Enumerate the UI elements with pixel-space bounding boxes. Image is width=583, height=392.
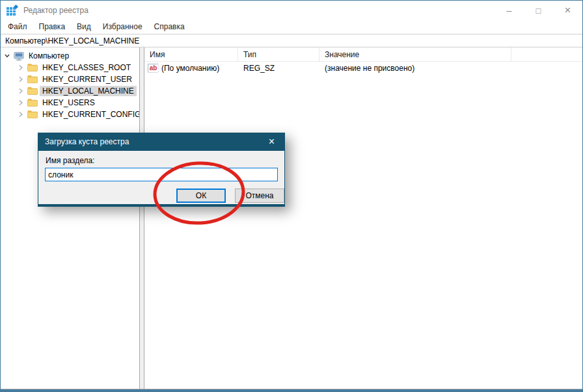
value-name: (По умолчанию)	[161, 64, 219, 73]
menu-file[interactable]: Файл	[7, 21, 33, 33]
chevron-right-icon[interactable]	[18, 64, 24, 71]
tree-item-label[interactable]: HKEY_CLASSES_ROOT	[40, 62, 133, 73]
tree-item-label[interactable]: HKEY_CURRENT_CONFIG	[40, 109, 140, 120]
computer-icon	[14, 51, 24, 61]
window-controls: – □ ×	[495, 1, 582, 20]
dialog-bottom-edge	[38, 204, 285, 207]
window-bottom-border	[1, 389, 582, 391]
ok-button[interactable]: ОК	[176, 189, 226, 203]
tree-item-label[interactable]: HKEY_USERS	[40, 98, 98, 108]
column-header-type[interactable]: Тип	[238, 47, 319, 61]
column-header-value[interactable]: Значение	[319, 47, 511, 61]
minimize-button[interactable]: –	[495, 1, 524, 20]
value-data: (значение не присвоено)	[325, 64, 414, 73]
values-list-panel: Имя Тип Значение ab (По умолчанию) REG_S…	[144, 47, 582, 389]
dialog-close-button[interactable]: ×	[258, 133, 285, 151]
tree-item-hkey-users[interactable]: HKEY_USERS	[1, 97, 139, 109]
menu-help[interactable]: Справка	[148, 21, 191, 33]
maximize-icon: □	[536, 6, 541, 16]
chevron-right-icon[interactable]	[18, 99, 24, 106]
reg-sz-string-icon: ab	[148, 64, 159, 73]
chevron-right-icon[interactable]	[18, 111, 24, 118]
regedit-window: Редактор реестра – □ × Файл Правка Вид И…	[0, 0, 583, 392]
column-header-empty	[511, 47, 582, 61]
tree-item-label[interactable]: Компьютер	[26, 51, 72, 61]
menu-edit[interactable]: Правка	[33, 21, 72, 33]
list-header: Имя Тип Значение	[144, 47, 582, 62]
tree-item-hkey-local-machine[interactable]: HKEY_LOCAL_MACHINE	[1, 85, 139, 97]
address-path: Компьютер\HKEY_LOCAL_MACHINE	[5, 36, 139, 46]
window-title: Редактор реестра	[23, 6, 88, 15]
cancel-button[interactable]: Отмена	[235, 189, 284, 203]
maximize-button[interactable]: □	[524, 1, 553, 20]
load-hive-dialog: Загрузка куста реестра × Имя раздела: ОК…	[38, 133, 285, 207]
main-area: Компьютер HKEY_CLASSES_ROOT HKEY_CURRE	[1, 47, 582, 389]
dialog-body: Имя раздела: ОК Отмена	[38, 151, 285, 204]
folder-icon	[27, 63, 38, 73]
menu-view[interactable]: Вид	[71, 21, 97, 33]
tree-item-computer[interactable]: Компьютер	[1, 50, 139, 62]
close-icon: ×	[269, 136, 275, 148]
tree-item-hkey-current-user[interactable]: HKEY_CURRENT_USER	[1, 73, 139, 85]
key-name-input[interactable]	[45, 168, 278, 181]
menu-bar: Файл Правка Вид Избранное Справка	[1, 20, 582, 34]
dialog-title-bar[interactable]: Загрузка куста реестра ×	[38, 133, 285, 151]
dialog-title: Загрузка куста реестра	[45, 137, 129, 146]
chevron-down-icon[interactable]	[4, 53, 10, 59]
menu-favorites[interactable]: Избранное	[97, 21, 148, 33]
title-bar[interactable]: Редактор реестра – □ ×	[1, 1, 582, 20]
close-button[interactable]: ×	[553, 1, 582, 20]
key-name-label: Имя раздела:	[46, 156, 94, 165]
tree-item-hkey-current-config[interactable]: HKEY_CURRENT_CONFIG	[1, 109, 139, 120]
chevron-right-icon[interactable]	[18, 88, 24, 94]
folder-icon	[27, 86, 38, 96]
value-type: REG_SZ	[243, 64, 275, 73]
column-header-name[interactable]: Имя	[144, 47, 238, 61]
close-icon: ×	[565, 4, 571, 17]
tree-item-label[interactable]: HKEY_LOCAL_MACHINE	[40, 86, 137, 96]
folder-icon	[27, 75, 38, 85]
minimize-icon: –	[507, 7, 512, 14]
folder-icon	[27, 110, 38, 120]
folder-icon	[27, 98, 38, 108]
tree-item-label[interactable]: HKEY_CURRENT_USER	[40, 74, 135, 85]
registry-app-icon[interactable]	[7, 5, 18, 16]
tree-item-hkey-classes-root[interactable]: HKEY_CLASSES_ROOT	[1, 62, 139, 73]
chevron-right-icon[interactable]	[18, 76, 24, 83]
registry-tree-panel: Компьютер HKEY_CLASSES_ROOT HKEY_CURRE	[1, 47, 140, 389]
value-row-default[interactable]: ab (По умолчанию) REG_SZ (значение не пр…	[144, 62, 582, 74]
address-bar[interactable]: Компьютер\HKEY_LOCAL_MACHINE	[1, 34, 582, 47]
